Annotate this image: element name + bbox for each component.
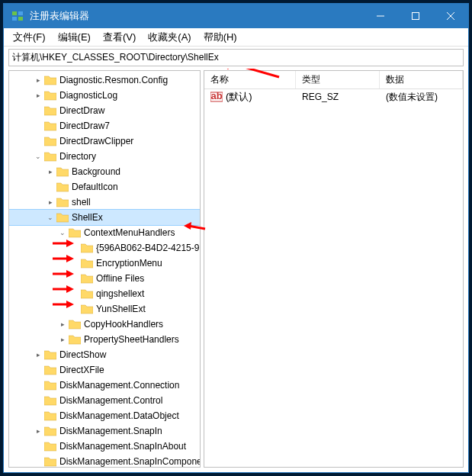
expander-icon[interactable] bbox=[34, 106, 43, 115]
expander-icon[interactable] bbox=[34, 396, 43, 405]
tree-node[interactable]: DiskManagement.SnapInComponent bbox=[9, 454, 200, 468]
expander-icon[interactable]: ▸ bbox=[34, 91, 43, 100]
folder-icon bbox=[44, 105, 56, 116]
value-name: (默认) bbox=[226, 90, 252, 104]
expander-icon[interactable]: ⌄ bbox=[58, 228, 67, 237]
minimize-button[interactable] bbox=[363, 4, 398, 28]
tree-node[interactable]: ▸Diagnostic.Resmon.Config bbox=[9, 72, 200, 88]
expander-icon[interactable] bbox=[34, 411, 43, 420]
tree-pane[interactable]: ▸Diagnostic.Resmon.Config ▸DiagnosticLog… bbox=[8, 70, 201, 468]
expander-icon[interactable]: ▸ bbox=[46, 167, 55, 176]
expander-icon[interactable]: ⌄ bbox=[46, 213, 55, 222]
expander-icon[interactable] bbox=[70, 289, 79, 298]
tree-node[interactable]: qingshellext bbox=[9, 286, 200, 301]
tree-node-selected[interactable]: ⌄ShellEx bbox=[9, 210, 200, 225]
menu-help[interactable]: 帮助(H) bbox=[197, 29, 243, 46]
tree-label: {596AB062-B4D2-4215-9F74-E9109B0A8153} bbox=[96, 243, 201, 253]
folder-icon bbox=[81, 258, 93, 269]
svg-rect-3 bbox=[18, 17, 23, 21]
expander-icon[interactable] bbox=[70, 274, 79, 283]
expander-icon[interactable]: ▸ bbox=[46, 198, 55, 207]
expander-icon[interactable]: ▸ bbox=[58, 335, 67, 344]
tree-node[interactable]: {596AB062-B4D2-4215-9F74-E9109B0A8153} bbox=[9, 240, 200, 256]
list-row[interactable]: ab (默认) REG_SZ (数值未设置) bbox=[204, 89, 463, 105]
folder-icon bbox=[44, 441, 56, 452]
expander-icon[interactable]: ▸ bbox=[34, 426, 43, 436]
tree-label: DiskManagement.Control bbox=[59, 395, 162, 406]
tree-label: Offline Files bbox=[96, 273, 144, 284]
folder-icon bbox=[81, 288, 93, 299]
expander-icon[interactable]: ▸ bbox=[34, 350, 43, 359]
tree-label: shell bbox=[72, 197, 91, 207]
menu-view[interactable]: 查看(V) bbox=[97, 29, 142, 46]
menu-file[interactable]: 文件(F) bbox=[7, 29, 52, 46]
titlebar[interactable]: 注册表编辑器 bbox=[4, 4, 468, 28]
tree-label: DefaultIcon bbox=[72, 182, 118, 192]
window-title: 注册表编辑器 bbox=[30, 9, 363, 23]
expander-icon[interactable] bbox=[70, 243, 79, 252]
expander-icon[interactable] bbox=[46, 182, 55, 191]
expander-icon[interactable] bbox=[34, 442, 43, 451]
expander-icon[interactable] bbox=[70, 304, 79, 314]
folder-icon bbox=[81, 273, 93, 284]
maximize-button[interactable] bbox=[398, 4, 433, 28]
tree-label: Diagnostic.Resmon.Config bbox=[59, 75, 168, 85]
string-value-icon: ab bbox=[210, 92, 223, 102]
tree-node[interactable]: DefaultIcon bbox=[9, 179, 200, 195]
tree-node[interactable]: ▸CopyHookHandlers bbox=[9, 317, 200, 332]
col-data[interactable]: 数据 bbox=[380, 71, 463, 88]
tree-node[interactable]: ▸Background bbox=[9, 164, 200, 179]
list-header: 名称 类型 数据 bbox=[204, 71, 463, 89]
expander-icon[interactable] bbox=[34, 137, 43, 146]
tree-node[interactable]: DiskManagement.Connection bbox=[9, 378, 200, 393]
addressbar: 计算机\HKEY_CLASSES_ROOT\Directory\ShellEx bbox=[4, 47, 468, 69]
tree-label: DirectDraw bbox=[59, 105, 104, 116]
close-button[interactable] bbox=[433, 4, 468, 28]
tree-node[interactable]: DiskManagement.Control bbox=[9, 393, 200, 408]
folder-icon bbox=[56, 197, 69, 207]
tree-node[interactable]: DirectDraw7 bbox=[9, 118, 200, 133]
tree-node[interactable]: ⌄Directory bbox=[9, 149, 200, 164]
tree-node[interactable]: DirectDrawClipper bbox=[9, 133, 200, 149]
folder-icon bbox=[69, 319, 81, 330]
tree-node[interactable]: DiskManagement.SnapInAbout bbox=[9, 439, 200, 454]
expander-icon[interactable] bbox=[34, 457, 43, 466]
folder-icon bbox=[44, 395, 56, 406]
tree-node[interactable]: ▸DirectShow bbox=[9, 347, 200, 362]
col-name[interactable]: 名称 bbox=[204, 71, 296, 88]
registry-tree: ▸Diagnostic.Resmon.Config ▸DiagnosticLog… bbox=[9, 71, 200, 468]
svg-rect-0 bbox=[12, 11, 17, 15]
folder-icon bbox=[44, 456, 56, 467]
values-pane[interactable]: 名称 类型 数据 ab (默认) REG_SZ (数值未设置) bbox=[204, 70, 464, 468]
expander-icon[interactable]: ▸ bbox=[34, 76, 43, 85]
menu-favorites[interactable]: 收藏夹(A) bbox=[142, 29, 197, 46]
tree-node[interactable]: DiskManagement.DataObject bbox=[9, 408, 200, 423]
expander-icon[interactable] bbox=[70, 259, 79, 268]
expander-icon[interactable] bbox=[34, 365, 43, 375]
tree-node[interactable]: DirectDraw bbox=[9, 103, 200, 118]
col-type[interactable]: 类型 bbox=[296, 71, 380, 88]
tree-node[interactable]: ▸DiagnosticLog bbox=[9, 88, 200, 103]
tree-node[interactable]: Offline Files bbox=[9, 271, 200, 286]
folder-icon bbox=[44, 349, 56, 360]
folder-icon bbox=[44, 121, 56, 131]
tree-label: DirectDrawClipper bbox=[59, 136, 133, 146]
folder-icon bbox=[69, 227, 81, 238]
address-path[interactable]: 计算机\HKEY_CLASSES_ROOT\Directory\ShellEx bbox=[8, 49, 464, 66]
expander-icon[interactable]: ▸ bbox=[58, 320, 67, 329]
folder-icon bbox=[44, 365, 56, 375]
tree-node[interactable]: ▸shell bbox=[9, 195, 200, 210]
tree-node[interactable]: ⌄ContextMenuHandlers bbox=[9, 225, 200, 240]
folder-icon bbox=[44, 380, 56, 391]
expander-icon[interactable]: ⌄ bbox=[34, 152, 43, 161]
tree-node[interactable]: ▸PropertySheetHandlers bbox=[9, 332, 200, 347]
expander-icon[interactable] bbox=[34, 121, 43, 130]
menu-edit[interactable]: 编辑(E) bbox=[52, 29, 97, 46]
tree-node[interactable]: ▸DiskManagement.SnapIn bbox=[9, 423, 200, 439]
tree-node[interactable]: EncryptionMenu bbox=[9, 256, 200, 271]
tree-label: Background bbox=[72, 166, 120, 177]
tree-node[interactable]: DirectXFile bbox=[9, 362, 200, 378]
expander-icon[interactable] bbox=[34, 381, 43, 390]
folder-icon bbox=[56, 182, 69, 192]
tree-node[interactable]: YunShellExt bbox=[9, 301, 200, 317]
